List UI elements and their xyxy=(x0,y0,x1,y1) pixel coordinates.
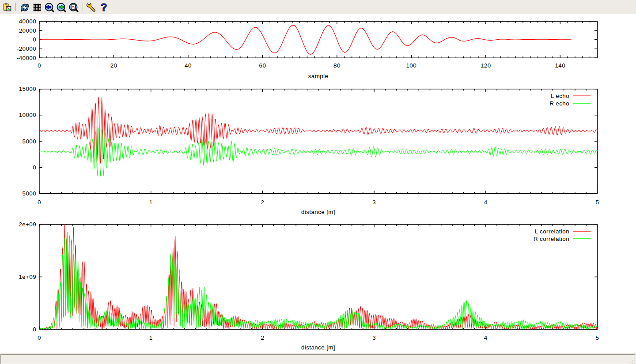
svg-text:0: 0 xyxy=(33,326,36,333)
svg-text:1e+09: 1e+09 xyxy=(19,274,36,280)
svg-text:-5000: -5000 xyxy=(20,190,36,197)
svg-text:0: 0 xyxy=(33,164,36,171)
svg-text:R echo: R echo xyxy=(549,100,569,107)
svg-text:0: 0 xyxy=(38,199,41,206)
svg-text:4: 4 xyxy=(484,334,488,341)
svg-text:4: 4 xyxy=(484,199,488,206)
svg-text:10000: 10000 xyxy=(19,112,36,118)
svg-text:distance [m]: distance [m] xyxy=(301,209,335,215)
svg-text:5000: 5000 xyxy=(23,138,36,145)
svg-text:1: 1 xyxy=(149,199,153,206)
svg-text:40: 40 xyxy=(185,62,192,69)
svg-text:5: 5 xyxy=(596,199,599,206)
svg-text:40000: 40000 xyxy=(19,18,36,25)
svg-text:15000: 15000 xyxy=(19,86,36,92)
svg-text:100: 100 xyxy=(406,62,417,69)
svg-text:20000: 20000 xyxy=(19,27,36,34)
svg-text:3: 3 xyxy=(372,199,376,206)
svg-text:20: 20 xyxy=(110,62,117,69)
svg-text:0: 0 xyxy=(33,36,36,43)
svg-text:2e+09: 2e+09 xyxy=(19,221,36,228)
svg-text:0: 0 xyxy=(38,62,41,69)
svg-text:60: 60 xyxy=(259,62,266,69)
svg-text:0: 0 xyxy=(38,334,41,341)
svg-text:L correlation: L correlation xyxy=(535,228,569,235)
svg-text:R correlation: R correlation xyxy=(534,236,569,242)
svg-text:2: 2 xyxy=(261,334,264,341)
svg-text:distance [m]: distance [m] xyxy=(301,344,335,351)
svg-text:-40000: -40000 xyxy=(17,55,36,61)
svg-text:80: 80 xyxy=(333,62,341,69)
svg-text:2: 2 xyxy=(261,199,264,206)
svg-text:1: 1 xyxy=(149,334,153,341)
svg-text:?: ? xyxy=(101,2,107,13)
svg-text:L echo: L echo xyxy=(551,93,569,99)
svg-text:3: 3 xyxy=(372,334,376,341)
svg-text:120: 120 xyxy=(481,62,491,69)
svg-text:sample: sample xyxy=(308,73,329,79)
svg-text:-20000: -20000 xyxy=(17,45,36,52)
svg-text:140: 140 xyxy=(555,62,566,69)
svg-text:5: 5 xyxy=(596,334,599,341)
